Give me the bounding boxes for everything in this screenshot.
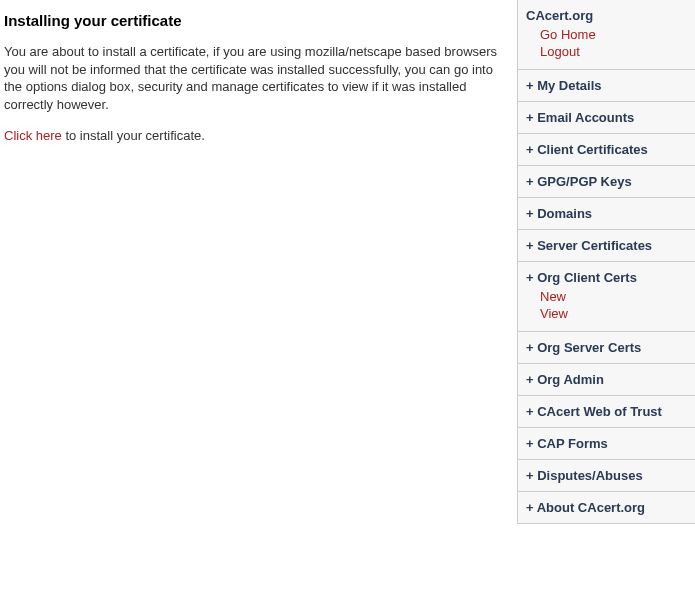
section-client-certificates[interactable]: + Client Certificates [518,134,695,166]
main-content: Installing your certificate You are abou… [0,0,517,524]
section-gpg-pgp-keys[interactable]: + GPG/PGP Keys [518,166,695,198]
section-label: + CAcert Web of Trust [526,404,662,419]
section-label: + Domains [526,206,592,221]
page-title: Installing your certificate [4,12,513,29]
section-my-details[interactable]: + My Details [518,70,695,102]
section-label: + Org Admin [526,372,604,387]
section-cap-forms[interactable]: + CAP Forms [518,428,695,460]
org-client-view[interactable]: View [540,306,689,323]
section-label: + Server Certificates [526,238,652,253]
section-web-of-trust[interactable]: + CAcert Web of Trust [518,396,695,428]
section-label: + My Details [526,78,602,93]
section-org-admin[interactable]: + Org Admin [518,364,695,396]
install-link[interactable]: Click here [4,128,62,143]
section-label[interactable]: + Org Client Certs [526,270,637,285]
org-client-new[interactable]: New [540,289,689,306]
section-org-client-certs: + Org Client Certs New View [518,262,695,332]
section-org-server-certs[interactable]: + Org Server Certs [518,332,695,364]
section-label: + Email Accounts [526,110,634,125]
section-disputes-abuses[interactable]: + Disputes/Abuses [518,460,695,492]
nav-logout[interactable]: Logout [540,44,689,61]
section-label: + Org Server Certs [526,340,641,355]
sidebar: CAcert.org Go Home Logout + My Details +… [517,0,695,524]
install-tail: to install your certificate. [62,128,205,143]
section-label: + Disputes/Abuses [526,468,643,483]
section-label: + CAP Forms [526,436,608,451]
sidebar-top-block: CAcert.org Go Home Logout [518,0,695,70]
nav-go-home[interactable]: Go Home [540,27,689,44]
section-about-cacert[interactable]: + About CAcert.org [518,492,695,524]
install-line: Click here to install your certificate. [4,127,513,145]
install-description: You are about to install a certificate, … [4,43,513,113]
section-label: + GPG/PGP Keys [526,174,632,189]
section-server-certificates[interactable]: + Server Certificates [518,230,695,262]
sidebar-title: CAcert.org [526,8,689,23]
section-email-accounts[interactable]: + Email Accounts [518,102,695,134]
section-domains[interactable]: + Domains [518,198,695,230]
section-label: + About CAcert.org [526,500,645,515]
section-label: + Client Certificates [526,142,648,157]
